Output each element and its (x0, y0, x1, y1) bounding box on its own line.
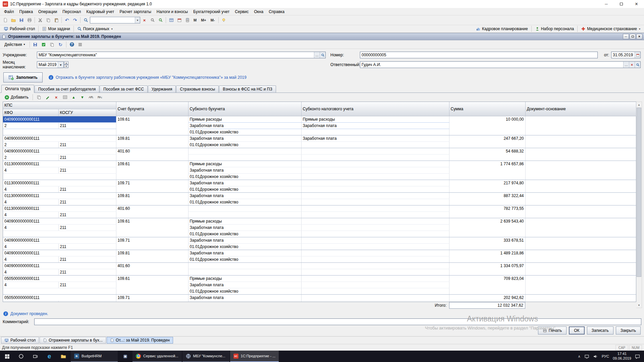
menu-accounting[interactable]: Бухгалтерский учет (191, 8, 232, 15)
pinned-app-icon[interactable] (118, 351, 132, 362)
open-button[interactable] (9, 16, 17, 24)
tab-payment[interactable]: Оплата труда (1, 85, 34, 93)
col-header-base-document[interactable]: Документ-основание (525, 102, 636, 116)
find-next-button[interactable] (157, 16, 164, 24)
open-lookup-icon[interactable] (320, 52, 325, 58)
memory-button[interactable]: М (192, 16, 199, 24)
responsible-field[interactable]: Гудич А.И. … × (360, 61, 641, 68)
col-header-kps[interactable]: КПС (3, 102, 116, 109)
vertical-scrollbar[interactable]: ▲ ▼ (636, 102, 642, 308)
cut-button[interactable] (36, 16, 44, 24)
tab-deductions[interactable]: Удержания (148, 85, 176, 93)
table-row[interactable]: 0409000000000111109.81Заработная платаЗа… (3, 135, 636, 142)
table-row[interactable]: 0409000000000111109.61Прямые расходы2 63… (3, 218, 636, 225)
clear-field-icon[interactable]: × (629, 62, 635, 68)
sort-desc-button[interactable]: ЯА↓ (96, 94, 104, 101)
medical-insurance-button[interactable]: Медицинское страхование▾ (579, 26, 643, 32)
col-header-subconto-tax[interactable]: Субконто налогового учета (301, 102, 449, 116)
search-combo[interactable]: ▾ (90, 17, 140, 23)
menu-windows[interactable]: Окна (251, 8, 266, 15)
table-row[interactable]: 0409000000000111401.6054 688,32 (3, 148, 636, 155)
doc-save-button[interactable] (32, 41, 39, 48)
tab-employer-benefits[interactable]: Пособия за счет работодателя (35, 85, 99, 93)
paste-button[interactable] (52, 16, 60, 24)
doc-help-button[interactable]: ? (68, 41, 76, 48)
col-header-account[interactable]: Счет бухучета (116, 102, 188, 116)
taskbar-app-budgethrm[interactable]: BBudgetHRM (71, 351, 118, 362)
recruiting-button[interactable]: Набор персонала (533, 26, 577, 32)
taskbar-app-1c[interactable]: 1С1С:Предприятие - ... (230, 351, 279, 362)
language-indicator[interactable]: РУС (602, 354, 609, 358)
write-button[interactable]: Записать (587, 326, 613, 335)
menu-hr-accounting[interactable]: Кадровый учет (84, 8, 117, 15)
doc-close-button[interactable]: ✕ (636, 34, 642, 39)
actions-menu-button[interactable]: Действия▾ (2, 42, 28, 48)
number-field[interactable]: 00000000005 (360, 52, 598, 58)
sort-asc-button[interactable]: АЯ↓ (87, 94, 95, 101)
close-button[interactable]: ✕ (629, 0, 644, 8)
copy-row-button[interactable] (35, 94, 43, 101)
table-row[interactable]: 0505000000000111109.61Прямые расходы709 … (3, 276, 636, 282)
find-prev-button[interactable] (149, 16, 156, 24)
menu-payroll[interactable]: Расчет зарплаты (117, 8, 154, 15)
institution-field[interactable]: МБУ "Коммунспецавтотехника" … (37, 52, 326, 58)
open-lookup-icon[interactable] (635, 62, 640, 68)
doc-refresh-button[interactable]: ↻ (57, 41, 64, 48)
file-explorer-icon[interactable] (56, 351, 70, 362)
print-button[interactable]: Печать (538, 326, 567, 335)
delete-row-button[interactable]: × (52, 94, 60, 101)
move-up-button[interactable]: ▲ (70, 94, 77, 101)
menu-help[interactable]: Справка (266, 8, 287, 15)
network-icon[interactable] (584, 354, 589, 359)
volume-icon[interactable] (593, 354, 598, 359)
calendar-icon[interactable] (635, 52, 640, 58)
copy-button[interactable] (44, 16, 52, 24)
new-document-button[interactable] (1, 16, 9, 24)
desktop-panel-button[interactable]: Рабочий стол (1, 26, 37, 32)
mdi-tab-document-1[interactable]: Отражение зарплаты в бух... (40, 337, 106, 344)
month-spinner[interactable]: ▲▼ (64, 61, 68, 68)
start-button[interactable] (0, 351, 14, 362)
table-row[interactable]: 0409000000000111109.71Заработная плата33… (3, 237, 636, 244)
table-row[interactable]: 0113000000000111109.61Прямые расходы1 77… (3, 161, 636, 167)
notification-center-icon[interactable] (635, 354, 640, 359)
move-down-button[interactable]: ▼ (78, 94, 86, 101)
taskbar-search-button[interactable] (14, 351, 28, 362)
add-row-button[interactable]: +Добавить (3, 94, 31, 100)
undo-button[interactable]: ↶ (63, 16, 71, 24)
table-row[interactable]: 0113000000000111109.81Заработная плата88… (3, 193, 636, 199)
doc-restore-button[interactable] (630, 34, 636, 39)
clear-search-button[interactable]: × (141, 16, 148, 24)
scrollbar-thumb[interactable] (637, 108, 641, 277)
table-settings-button[interactable] (167, 16, 175, 24)
hr-planning-button[interactable]: Кадровое планирование (474, 26, 530, 32)
menu-file[interactable]: Файл (1, 8, 17, 15)
scroll-down-icon[interactable]: ▼ (636, 302, 642, 308)
calculator-button[interactable] (183, 16, 191, 24)
tab-fss-accident[interactable]: Взносы в ФСС на НС и ПЗ (219, 85, 276, 93)
minimize-button[interactable]: ─ (599, 0, 614, 8)
spin-down-icon[interactable]: ▼ (64, 65, 68, 68)
ellipsis-select-button[interactable]: … (623, 62, 629, 68)
post-document-button[interactable] (40, 41, 48, 48)
col-header-kosgu[interactable]: КОСГУ (58, 109, 116, 116)
chevron-down-icon[interactable]: ▾ (58, 62, 63, 68)
memory-minus-button[interactable]: М- (209, 16, 217, 24)
scroll-up-icon[interactable]: ▲ (636, 102, 642, 107)
table-row[interactable]: 0505000000000111109.71Заработная плата20… (3, 295, 636, 301)
task-view-button[interactable] (28, 351, 42, 362)
col-header-kfo[interactable]: КФО (3, 109, 58, 116)
calendar-button[interactable] (175, 16, 183, 24)
save-button[interactable] (17, 16, 25, 24)
doc-structure-button[interactable] (76, 41, 84, 48)
my-tasks-button[interactable]: Мои задачи (40, 26, 72, 32)
menu-operations[interactable]: Операции (36, 8, 60, 15)
find-button[interactable] (82, 16, 90, 24)
tab-fss-benefits[interactable]: Пособия за счет ФСС (100, 85, 148, 93)
ellipsis-select-button[interactable]: … (314, 52, 320, 58)
spin-up-icon[interactable]: ▲ (64, 61, 68, 65)
accrual-month-field[interactable]: Май 2019 ▾ (37, 61, 64, 68)
comment-field[interactable] (34, 318, 641, 325)
chevron-down-icon[interactable]: ▾ (135, 17, 140, 23)
grid-settings-button[interactable] (61, 94, 69, 101)
